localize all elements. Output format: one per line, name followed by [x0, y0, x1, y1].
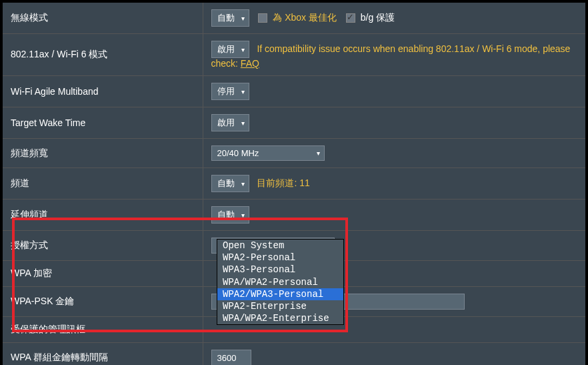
auth-option[interactable]: WPA2/WPA3-Personal — [217, 288, 343, 300]
label-wpa-psk-key: WPA-PSK 金鑰 — [3, 287, 203, 317]
label-channel-bandwidth: 頻道頻寬 — [3, 139, 203, 168]
label-80211ax-mode: 802.11ax / Wi-Fi 6 模式 — [3, 34, 203, 76]
auth-option[interactable]: WPA2-Enterprise — [217, 300, 343, 312]
label-auth-method: 授權方式 — [3, 231, 203, 261]
chevron-down-icon: ▾ — [241, 180, 245, 188]
label-bg-protection: b/g 保護 — [361, 12, 395, 23]
input-group-key-rotation[interactable] — [211, 350, 251, 365]
checkbox-bg-protection[interactable] — [346, 13, 355, 23]
auth-method-dropdown[interactable]: Open SystemWPA2-PersonalWPA3-PersonalWPA… — [217, 239, 344, 325]
label-target-wake-time: Target Wake Time — [3, 107, 203, 139]
select-target-wake-time[interactable]: 啟用▾ — [211, 114, 249, 131]
current-channel-note: 目前頻道: 11 — [257, 177, 309, 188]
label-wireless-mode: 無線模式 — [3, 3, 203, 34]
auth-option[interactable]: WPA3-Personal — [217, 264, 343, 276]
checkbox-xbox-optimized[interactable] — [258, 13, 267, 23]
auth-option[interactable]: Open System — [217, 240, 343, 252]
select-agile-multiband[interactable]: 停用▾ — [211, 83, 249, 100]
select-extension-channel[interactable]: 自動▾ — [211, 206, 249, 224]
chevron-down-icon: ▾ — [241, 119, 245, 127]
faq-link[interactable]: FAQ — [241, 58, 259, 69]
chevron-down-icon: ▾ — [241, 212, 245, 219]
label-group-key-rotation: WPA 群組金鑰轉動間隔 — [3, 343, 203, 366]
select-wireless-mode[interactable]: 自動▾ — [211, 9, 249, 27]
auth-option[interactable]: WPA/WPA2-Personal — [217, 276, 343, 288]
ax-compat-note: If compatibility issue occurs when enabl… — [211, 43, 571, 69]
label-wpa-encryption: WPA 加密 — [3, 261, 203, 287]
auth-option[interactable]: WPA/WPA2-Enterprise — [217, 312, 343, 324]
select-80211ax-mode[interactable]: 啟用▾ — [211, 41, 249, 58]
label-channel: 頻道 — [3, 168, 203, 200]
chevron-down-icon: ▾ — [241, 88, 245, 95]
select-channel[interactable]: 自動▾ — [211, 175, 249, 192]
label-extension-channel: 延伸頻道 — [3, 200, 203, 231]
chevron-down-icon: ▾ — [317, 149, 320, 157]
label-protected-mgmt-frames: 受保護的管理訊框 — [3, 317, 203, 343]
label-agile-multiband: Wi-Fi Agile Multiband — [3, 76, 203, 107]
select-channel-bandwidth[interactable]: 20/40 MHz▾ — [211, 145, 325, 161]
label-xbox-optimized: 為 Xbox 最佳化 — [273, 12, 337, 23]
auth-option[interactable]: WPA2-Personal — [217, 252, 343, 264]
chevron-down-icon: ▾ — [241, 46, 245, 53]
chevron-down-icon: ▾ — [241, 15, 245, 22]
